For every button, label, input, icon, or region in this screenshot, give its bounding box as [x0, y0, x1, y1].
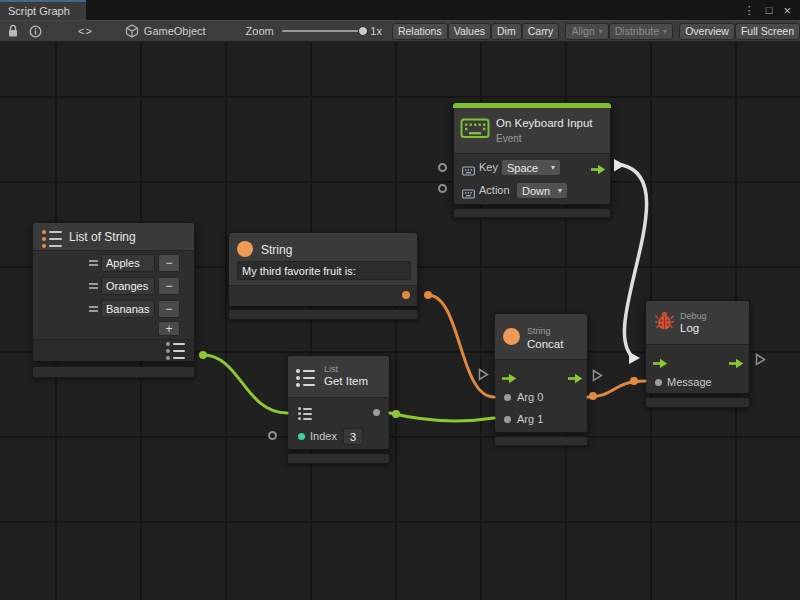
- node-footer: [645, 397, 750, 408]
- node-title: List of String: [69, 230, 136, 244]
- item-output-port[interactable]: [373, 409, 380, 416]
- key-type-icon: [462, 162, 475, 180]
- node-string-literal[interactable]: String: [228, 232, 418, 306]
- carry-button[interactable]: Carry: [522, 23, 560, 40]
- overview-button[interactable]: Overview: [679, 23, 735, 40]
- gameobject-selector[interactable]: GameObject: [144, 25, 206, 37]
- fullscreen-button[interactable]: Full Screen: [735, 23, 800, 40]
- control-flow-triangle[interactable]: [478, 367, 489, 385]
- values-button[interactable]: Values: [448, 23, 491, 40]
- node-footer: [453, 208, 611, 218]
- drag-handle-icon[interactable]: [89, 260, 98, 266]
- chevron-down-icon: ▾: [663, 27, 667, 36]
- zoom-value: 1x: [370, 25, 382, 37]
- node-footer: [287, 453, 390, 464]
- list-item-input-0[interactable]: [101, 254, 155, 272]
- key-dropdown[interactable]: Space ▾: [501, 159, 561, 176]
- list-icon: [296, 369, 315, 387]
- window-controls: ⋮ □ ×: [735, 0, 800, 20]
- action-label: Action: [479, 184, 510, 196]
- control-flow-triangle[interactable]: [592, 368, 603, 386]
- node-footer: [32, 366, 195, 378]
- node-get-item[interactable]: List Get Item Index: [287, 355, 390, 450]
- node-title: On Keyboard Input: [496, 117, 593, 129]
- node-category: List: [324, 364, 338, 374]
- node-title: Get Item: [324, 375, 368, 387]
- chevron-down-icon: ▾: [599, 27, 603, 36]
- string-type-icon: [237, 241, 253, 257]
- index-input-port[interactable]: [298, 433, 305, 440]
- list-item-input-1[interactable]: [101, 277, 155, 295]
- zoom-slider[interactable]: [282, 30, 365, 32]
- node-footer: [494, 436, 588, 446]
- message-input-port[interactable]: [655, 379, 662, 386]
- bug-icon: [654, 310, 675, 335]
- arg1-input-port[interactable]: [504, 416, 511, 423]
- event-input-port[interactable]: [438, 184, 447, 193]
- chevron-down-icon: ▾: [551, 163, 555, 172]
- remove-item-button-0[interactable]: −: [158, 254, 180, 272]
- gameobject-cube-icon: [125, 24, 139, 38]
- action-dropdown[interactable]: Down ▾: [516, 182, 568, 199]
- tab-script-graph[interactable]: Script Graph: [0, 0, 86, 20]
- zoom-slider-knob[interactable]: [358, 26, 368, 36]
- event-input-port[interactable]: [438, 163, 447, 172]
- control-input-port[interactable]: [501, 370, 517, 388]
- keyboard-icon: [460, 117, 490, 143]
- node-on-keyboard-input[interactable]: On Keyboard Input Event Key Space ▾ Acti…: [453, 103, 611, 205]
- code-view-icon[interactable]: <>: [78, 25, 93, 37]
- control-output-port[interactable]: [567, 370, 583, 388]
- node-title: Log: [680, 322, 699, 334]
- maximize-icon[interactable]: □: [766, 5, 773, 16]
- node-category: Debug: [680, 311, 707, 321]
- string-output-port[interactable]: [402, 291, 410, 299]
- key-label: Key: [479, 161, 498, 173]
- control-input-port[interactable]: [652, 355, 668, 373]
- list-output-port-icon[interactable]: [166, 342, 185, 360]
- arg0-input-port[interactable]: [504, 394, 511, 401]
- window-menu-icon[interactable]: ⋮: [744, 5, 755, 16]
- relations-button[interactable]: Relations: [392, 23, 448, 40]
- dim-button[interactable]: Dim: [491, 23, 522, 40]
- index-external-port[interactable]: [268, 431, 277, 440]
- string-type-icon: [503, 328, 520, 345]
- add-item-button[interactable]: +: [158, 321, 180, 336]
- distribute-dropdown-button[interactable]: Distribute▾: [609, 23, 673, 40]
- node-debug-log[interactable]: Debug Log Message: [645, 300, 750, 394]
- message-label: Message: [667, 376, 712, 388]
- align-dropdown-button[interactable]: Align▾: [565, 23, 608, 40]
- arg0-label: Arg 0: [517, 391, 543, 403]
- node-footer: [228, 309, 418, 320]
- index-label: Index: [310, 430, 337, 442]
- drag-handle-icon[interactable]: [89, 283, 98, 289]
- output-row: [229, 285, 417, 306]
- remove-item-button-1[interactable]: −: [158, 277, 180, 295]
- node-subtitle: Event: [496, 133, 522, 144]
- close-icon[interactable]: ×: [783, 4, 791, 17]
- chevron-down-icon: ▾: [558, 186, 562, 195]
- control-output-port[interactable]: [590, 161, 606, 179]
- control-flow-triangle[interactable]: [755, 352, 766, 370]
- lock-icon[interactable]: [7, 24, 19, 38]
- zoom-label: Zoom: [246, 25, 274, 37]
- node-title: String: [261, 243, 292, 257]
- node-list-of-string[interactable]: List of String − − − +: [32, 222, 195, 361]
- node-title: Concat: [527, 338, 563, 350]
- string-value-input[interactable]: [237, 261, 411, 280]
- window-tab-bar: Script Graph ⋮ □ ×: [0, 0, 800, 20]
- drag-handle-icon[interactable]: [89, 306, 98, 312]
- tab-title: Script Graph: [8, 5, 70, 17]
- list-icon: [42, 230, 62, 248]
- node-category: String: [527, 326, 551, 336]
- list-input-port-icon[interactable]: [298, 407, 312, 420]
- index-input[interactable]: [343, 428, 363, 445]
- arg1-label: Arg 1: [517, 413, 543, 425]
- list-item-input-2[interactable]: [101, 300, 155, 318]
- key-type-icon: [462, 185, 475, 203]
- info-icon[interactable]: [29, 25, 42, 38]
- graph-toolbar: <> GameObject Zoom 1x Relations Values D…: [0, 20, 800, 42]
- remove-item-button-2[interactable]: −: [158, 300, 180, 318]
- control-output-port[interactable]: [728, 355, 744, 373]
- node-concat[interactable]: String Concat Arg 0 Arg 1: [494, 313, 588, 433]
